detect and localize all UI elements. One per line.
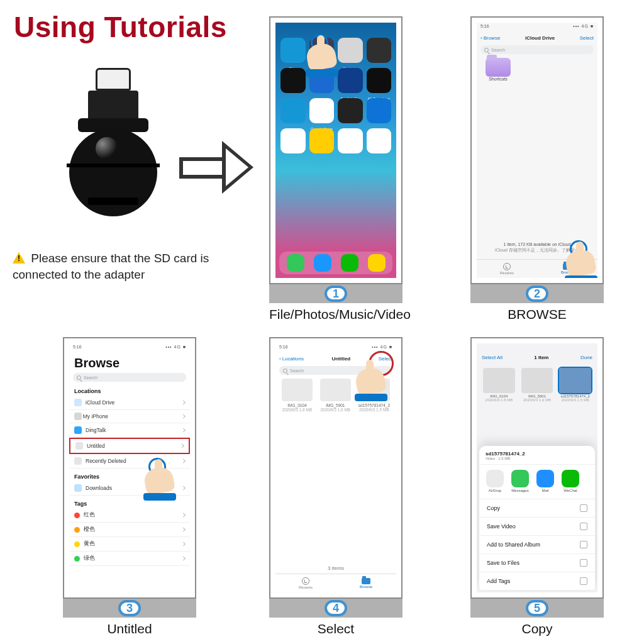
- dingtalk-icon: [74, 426, 82, 434]
- item-count: 3 items: [275, 565, 396, 571]
- tap-gesture-icon: [145, 462, 179, 499]
- step-badge-3: 3: [118, 600, 141, 616]
- nav-title: iCloud Drive: [525, 35, 555, 41]
- chevron-right-icon: [181, 556, 186, 560]
- thumbnail: [320, 379, 351, 401]
- home-screen: [275, 23, 396, 278]
- tag-row[interactable]: 绿色: [69, 552, 190, 566]
- adapter-neck: [88, 91, 138, 122]
- share-mail[interactable]: Mail: [536, 470, 555, 492]
- arrow-right-icon: [179, 145, 255, 191]
- app-icon[interactable]: [338, 128, 363, 153]
- file-item[interactable]: IMG_01042020/6/3 1.8 MB: [483, 368, 515, 402]
- chevron-right-icon: [181, 428, 186, 432]
- tab-recents[interactable]: Recents: [477, 260, 537, 278]
- action-copy[interactable]: Copy: [479, 499, 595, 518]
- page-title: Using Tutorials: [14, 10, 227, 44]
- app-gdrive[interactable]: [309, 98, 335, 123]
- row-icloud-drive[interactable]: iCloud Drive: [69, 396, 190, 410]
- done-button[interactable]: Done: [580, 355, 592, 360]
- select-button[interactable]: Select: [580, 35, 594, 41]
- back-button[interactable]: ‹Locations: [279, 356, 304, 362]
- share-header: sd1575781474_2 Video · 1.5 MB: [479, 450, 595, 465]
- action-save-to-files[interactable]: Save to Files: [479, 554, 595, 572]
- file-item[interactable]: IMG_01042020/6/3 1.8 MB: [282, 379, 313, 412]
- app-icon[interactable]: [367, 128, 392, 153]
- row-on-my-iphone[interactable]: On My iPhone: [69, 410, 190, 423]
- dock-messages[interactable]: [287, 254, 304, 272]
- action-shared-album[interactable]: Add to Shared Album: [479, 536, 595, 554]
- row-dingtalk[interactable]: DingTalk: [69, 423, 190, 438]
- file-item-selected[interactable]: sd1575781474_22020/6/3 1.5 MB: [559, 368, 591, 402]
- action-save-video[interactable]: Save Video: [479, 518, 595, 536]
- share-airdrop[interactable]: AirDrop: [486, 470, 504, 492]
- highlight: [96, 137, 118, 160]
- phone-base: 5: [470, 599, 604, 618]
- thumb-row: IMG_01042020/6/3 1.8 MB IMG_59012020/6/3…: [477, 363, 597, 407]
- untitled-screen: 5:16••• 4G ■ ‹Locations Untitled Select …: [275, 343, 396, 592]
- tag-dot-icon: [74, 541, 80, 547]
- tap-gesture-icon: [356, 362, 390, 400]
- tag-row[interactable]: 橙色: [69, 523, 190, 537]
- browse-screen: 5:16••• 4G ■ Browse Search Locations iCl…: [69, 343, 190, 592]
- nav-title: Untitled: [331, 356, 350, 362]
- warning-text: Please ensure that the SD card is connec…: [13, 252, 209, 281]
- app-files[interactable]: [280, 38, 306, 63]
- folder-icon: [580, 559, 587, 567]
- dock-alipay[interactable]: [314, 254, 331, 272]
- select-all-button[interactable]: Select All: [482, 355, 502, 360]
- phone-frame: 5:16••• 4G ■ Browse Search Locations iCl…: [63, 337, 196, 599]
- phone-frame: [269, 16, 402, 284]
- dock: [279, 252, 392, 274]
- folder-label: Shortcuts: [486, 77, 511, 81]
- search-icon: [484, 48, 489, 52]
- chevron-right-icon: [180, 443, 184, 448]
- share-messages[interactable]: Messages: [511, 470, 530, 492]
- folder-shortcuts[interactable]: Shortcuts: [486, 58, 511, 81]
- phone-base: 1: [269, 284, 402, 303]
- dock-wechat[interactable]: [341, 254, 358, 272]
- app-contacts[interactable]: [338, 38, 363, 63]
- app-icon[interactable]: [367, 98, 392, 123]
- tag-dot-icon: [74, 513, 80, 518]
- messages-icon: [511, 470, 529, 487]
- app-icon[interactable]: [280, 128, 306, 153]
- chevron-right-icon: [181, 527, 186, 531]
- action-add-tags[interactable]: Add Tags: [479, 572, 595, 590]
- tap-gesture-icon: [566, 244, 597, 278]
- tag-dot-icon: [74, 556, 80, 562]
- search-input[interactable]: Search: [480, 45, 594, 54]
- tag-row[interactable]: 红色: [69, 508, 190, 523]
- share-wechat[interactable]: WeChat: [561, 470, 580, 492]
- app-tiktok[interactable]: [280, 68, 306, 93]
- step-badge-2: 2: [526, 286, 548, 302]
- tag-row[interactable]: 黄色: [69, 537, 190, 552]
- row-untitled[interactable]: Untitled: [69, 438, 190, 454]
- sd-slot-icon: [88, 197, 138, 205]
- search-input[interactable]: Search: [73, 373, 186, 382]
- app-icon[interactable]: [338, 98, 363, 123]
- app-4k[interactable]: [367, 68, 392, 93]
- folder-icon: [362, 578, 370, 584]
- app-ikea[interactable]: [309, 128, 335, 153]
- step-4-caption: Select: [269, 621, 402, 636]
- back-button[interactable]: ‹Browse: [480, 35, 500, 41]
- chevron-right-icon: [181, 513, 186, 517]
- lightning-connector-icon: [96, 68, 131, 91]
- clock-icon: [503, 263, 511, 270]
- adapter-body: [69, 128, 157, 216]
- app-icon[interactable]: [367, 38, 392, 63]
- adapter-illustration: [63, 68, 164, 231]
- chevron-right-icon: [181, 400, 186, 404]
- file-item[interactable]: IMG_59012020/6/3 1.6 MB: [320, 379, 351, 412]
- chevron-right-icon: [181, 458, 186, 463]
- app-icon[interactable]: [280, 98, 306, 123]
- dock-app[interactable]: [368, 254, 386, 272]
- trash-icon: [74, 457, 82, 465]
- icloud-drive-screen: 5:16••• 4G ■ ‹Browse iCloud Drive Select…: [477, 23, 597, 278]
- file-item[interactable]: IMG_59012020/6/3 1.6 MB: [521, 368, 553, 402]
- tab-browse[interactable]: Browse: [336, 574, 396, 592]
- app-translator[interactable]: [338, 68, 363, 93]
- phone-base: 4: [269, 599, 402, 618]
- tab-recents[interactable]: Recents: [275, 574, 336, 592]
